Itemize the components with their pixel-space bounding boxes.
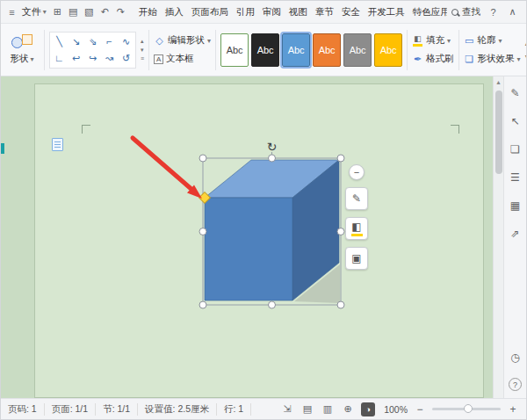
tab-page-layout[interactable]: 页面布局 bbox=[188, 4, 232, 20]
resize-handle-w[interactable] bbox=[199, 228, 206, 235]
scrollbar-thumb[interactable] bbox=[495, 91, 502, 174]
shape-gallery-item[interactable]: ╲ bbox=[52, 34, 67, 49]
panels-icon[interactable]: ☰ bbox=[508, 170, 523, 185]
shapes-panel-icon[interactable]: ❏ bbox=[508, 141, 523, 157]
resize-handle-sw[interactable] bbox=[199, 301, 206, 308]
tab-security[interactable]: 安全 bbox=[338, 4, 364, 20]
ribbon-scroll-down-icon[interactable]: ▾ bbox=[525, 53, 526, 61]
scroll-up-icon[interactable]: ▲ bbox=[494, 76, 503, 88]
edit-shape-icon: ◇ bbox=[154, 35, 165, 47]
shape-gallery-item[interactable]: ∿ bbox=[119, 34, 134, 49]
shape-gallery-item[interactable]: ↺ bbox=[119, 51, 134, 66]
status-setting-value: 设置值: 2.5厘米 bbox=[138, 403, 217, 416]
shape-style-gallery: Abc Abc Abc Abc Abc Abc bbox=[220, 33, 402, 67]
web-view-icon[interactable]: ⊕ bbox=[341, 402, 355, 416]
shape-layer: ↻ bbox=[1, 76, 493, 398]
tab-section[interactable]: 章节 bbox=[312, 4, 337, 20]
print-preview-icon[interactable]: ▧ bbox=[83, 5, 96, 19]
divider bbox=[148, 30, 149, 70]
format-painter-icon: ✒ bbox=[412, 54, 423, 65]
statusbar-right-group: ⇲ ▤ ▥ ⊕ ◑ 100% − + bbox=[280, 402, 519, 416]
resize-handle-ne[interactable] bbox=[337, 155, 344, 162]
tab-dev-tools[interactable]: 开发工具 bbox=[365, 4, 408, 20]
right-sidebar: ✎ ↖ ❏ ☰ ▦ ⇗ ◷ ? bbox=[503, 76, 526, 398]
tab-insert[interactable]: 插入 bbox=[162, 4, 187, 20]
select-tool-icon[interactable]: ↖ bbox=[508, 113, 523, 129]
file-menu-button[interactable]: 文件 ▾ bbox=[22, 5, 47, 18]
cube-shape[interactable] bbox=[205, 160, 339, 301]
quick-toolbar-collapse-button[interactable]: − bbox=[349, 164, 365, 180]
ribbon-scroll-buttons: ▴ ▾ bbox=[525, 40, 526, 61]
gallery-scroll-down-icon[interactable]: ▾ bbox=[141, 47, 144, 54]
tab-references[interactable]: 引用 bbox=[233, 4, 258, 20]
history-icon[interactable]: ◷ bbox=[508, 350, 523, 366]
pen-tool-icon[interactable]: ✎ bbox=[508, 85, 523, 101]
zoom-level[interactable]: 100% bbox=[381, 404, 408, 415]
zoom-slider-thumb[interactable] bbox=[464, 404, 473, 413]
cube-front-face[interactable] bbox=[205, 198, 292, 301]
print-icon[interactable]: ▤ bbox=[67, 5, 80, 19]
find-button[interactable]: 查找 bbox=[451, 6, 480, 18]
edit-shape-button[interactable]: ◇ 编辑形状 ▾ bbox=[154, 34, 211, 47]
shape-gallery-item[interactable]: ↝ bbox=[102, 51, 117, 66]
gallery-scroll-up-icon[interactable]: ▴ bbox=[141, 38, 144, 45]
redo-icon[interactable]: ↷ bbox=[114, 5, 127, 19]
vertical-scrollbar[interactable]: ▲ bbox=[493, 76, 503, 398]
style-preset-yellow[interactable]: Abc bbox=[374, 33, 402, 67]
zoom-out-button[interactable]: − bbox=[414, 403, 426, 416]
search-icon bbox=[451, 9, 458, 16]
resize-handle-nw[interactable] bbox=[199, 155, 206, 162]
eye-protection-icon[interactable]: ◑ bbox=[361, 402, 375, 416]
resize-handle-e[interactable] bbox=[337, 228, 344, 235]
insert-shape-button[interactable]: 形状 ▾ bbox=[4, 34, 40, 65]
shape-gallery-item[interactable]: ↪ bbox=[85, 51, 100, 66]
collapse-ribbon-icon[interactable]: ∧ bbox=[506, 5, 519, 19]
tab-special-features[interactable]: 特色应用 bbox=[409, 4, 447, 20]
text-box-icon: A bbox=[154, 54, 163, 64]
resize-handle-n[interactable] bbox=[269, 155, 276, 162]
quick-draw-pen-button[interactable]: ✎ bbox=[345, 187, 368, 210]
save-icon[interactable]: ⊞ bbox=[51, 5, 64, 19]
tab-home[interactable]: 开始 bbox=[135, 4, 161, 20]
undo-icon[interactable]: ↶ bbox=[98, 5, 112, 19]
style-preset-blue[interactable]: Abc bbox=[282, 33, 310, 67]
shape-gallery-item[interactable]: ↩ bbox=[69, 51, 83, 66]
outline-icon: ▭ bbox=[464, 35, 475, 47]
share-icon[interactable]: ⇗ bbox=[508, 226, 523, 242]
style-preset-white[interactable]: Abc bbox=[220, 33, 249, 67]
tab-review[interactable]: 审阅 bbox=[259, 4, 285, 20]
shape-gallery-item[interactable]: ∟ bbox=[52, 51, 67, 66]
zoom-in-button[interactable]: + bbox=[507, 403, 519, 416]
fill-button[interactable]: ◧ 填充 ▾ bbox=[412, 34, 454, 47]
quick-frame-button[interactable]: ▣ bbox=[345, 247, 368, 270]
zoom-slider[interactable] bbox=[432, 408, 501, 410]
style-preset-orange[interactable]: Abc bbox=[313, 33, 341, 67]
style-preset-gray[interactable]: Abc bbox=[343, 33, 372, 67]
apps-grid-icon[interactable]: ▦ bbox=[508, 198, 523, 214]
shape-gallery-item[interactable]: ⇘ bbox=[85, 34, 100, 49]
tab-view[interactable]: 视图 bbox=[285, 4, 311, 20]
outline-view-icon[interactable]: ▥ bbox=[321, 402, 335, 416]
format-painter-button[interactable]: ✒ 格式刷 bbox=[412, 53, 454, 65]
drawing-tools-ribbon: 形状 ▾ ╲ ↘ ⇘ ⌐ ∿ ∟ ↩ ↪ ↝ ↺ ▴ ▾ ≡ ◇ 编辑形状 bbox=[1, 24, 526, 76]
resize-handle-s[interactable] bbox=[269, 301, 276, 308]
quick-access-toolbar: ⊞ ▤ ▧ ↶ ↷ bbox=[51, 5, 127, 19]
fullscreen-icon[interactable]: ⇲ bbox=[280, 402, 294, 416]
shape-effects-button[interactable]: ❏ 形状效果 ▾ bbox=[464, 53, 521, 65]
resize-handle-se[interactable] bbox=[337, 301, 344, 308]
help-icon[interactable]: ? bbox=[487, 5, 500, 19]
quick-fill-color-button[interactable]: ◧ bbox=[345, 217, 368, 240]
ribbon-scroll-up-icon[interactable]: ▴ bbox=[525, 40, 526, 47]
main-menu-icon[interactable]: ≡ bbox=[6, 5, 18, 19]
shape-gallery-item[interactable]: ↘ bbox=[69, 34, 83, 49]
rotate-handle-icon[interactable]: ↻ bbox=[267, 140, 278, 154]
style-preset-black[interactable]: Abc bbox=[251, 33, 279, 67]
page-view-icon[interactable]: ▤ bbox=[300, 402, 314, 416]
help-circle-icon[interactable]: ? bbox=[509, 378, 522, 391]
document-canvas[interactable]: ↻ bbox=[1, 76, 493, 398]
text-box-button[interactable]: A 文本框 bbox=[154, 53, 211, 65]
shape-gallery-item[interactable]: ⌐ bbox=[102, 34, 117, 49]
divider bbox=[458, 30, 459, 70]
gallery-more-icon[interactable]: ≡ bbox=[141, 55, 144, 62]
outline-button[interactable]: ▭ 轮廓 ▾ bbox=[464, 34, 521, 47]
